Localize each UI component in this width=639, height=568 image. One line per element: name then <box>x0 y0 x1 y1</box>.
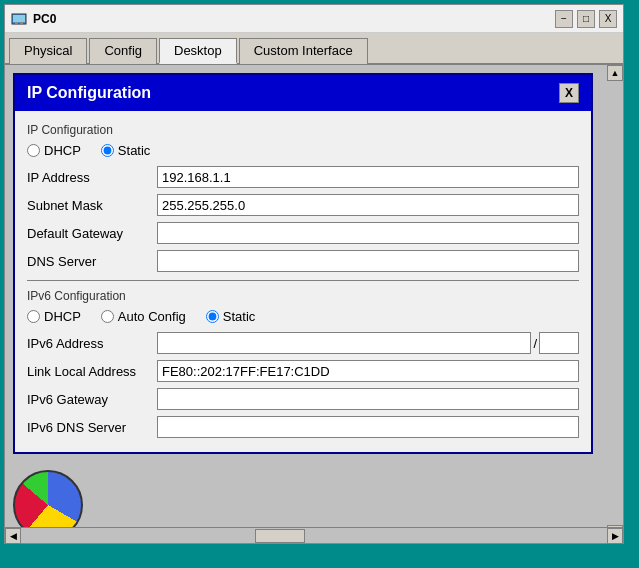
link-local-row: Link Local Address <box>27 360 579 382</box>
scroll-thumb[interactable] <box>255 529 305 543</box>
title-bar: PC0 − □ X <box>5 5 623 33</box>
ipv6-dhcp-radio[interactable] <box>27 310 40 323</box>
scroll-right-button[interactable]: ▶ <box>607 528 623 544</box>
ipv6-prefix-input[interactable] <box>539 332 579 354</box>
bottom-scrollbar: ◀ ▶ <box>5 527 623 543</box>
tab-physical[interactable]: Physical <box>9 38 87 64</box>
ip-address-row: IP Address <box>27 166 579 188</box>
ip-config-body: IP Configuration DHCP Static IP Address <box>15 111 591 452</box>
main-content: IP Configuration X IP Configuration DHCP… <box>5 65 623 541</box>
ipv6-slash: / <box>531 336 539 351</box>
window-title: PC0 <box>33 12 555 26</box>
ipv6-static-label: Static <box>223 309 256 324</box>
ip-config-dialog: IP Configuration X IP Configuration DHCP… <box>13 73 593 454</box>
tab-desktop[interactable]: Desktop <box>159 38 237 64</box>
subnet-mask-label: Subnet Mask <box>27 198 157 213</box>
svg-rect-1 <box>13 15 25 22</box>
static-radio[interactable] <box>101 144 114 157</box>
ipv6-mode-row: DHCP Auto Config Static <box>27 309 579 324</box>
right-scroll-track <box>607 81 623 525</box>
ip-config-close-button[interactable]: X <box>559 83 579 103</box>
minimize-button[interactable]: − <box>555 10 573 28</box>
scroll-up-button[interactable]: ▲ <box>607 65 623 81</box>
bottom-scroll-track <box>21 528 607 543</box>
dns-server-input[interactable] <box>157 250 579 272</box>
ipv6-static-option[interactable]: Static <box>206 309 256 324</box>
dhcp-label: DHCP <box>44 143 81 158</box>
default-gateway-input[interactable] <box>157 222 579 244</box>
ipv6-gateway-row: IPv6 Gateway <box>27 388 579 410</box>
ip-address-input[interactable] <box>157 166 579 188</box>
ipv6-dns-row: IPv6 DNS Server <box>27 416 579 438</box>
dns-server-row: DNS Server <box>27 250 579 272</box>
subnet-mask-row: Subnet Mask <box>27 194 579 216</box>
static-label: Static <box>118 143 151 158</box>
ipv6-gateway-input[interactable] <box>157 388 579 410</box>
link-local-label: Link Local Address <box>27 364 157 379</box>
ip-config-title: IP Configuration <box>27 84 151 102</box>
ipv6-auto-option[interactable]: Auto Config <box>101 309 186 324</box>
ipv6-section-label: IPv6 Configuration <box>27 289 579 303</box>
dhcp-radio[interactable] <box>27 144 40 157</box>
right-scrollbar: ▲ ▼ <box>607 65 623 541</box>
ipv6-auto-radio[interactable] <box>101 310 114 323</box>
ipv4-section-label: IP Configuration <box>27 123 579 137</box>
tab-custom-interface[interactable]: Custom Interface <box>239 38 368 64</box>
svg-rect-4 <box>13 24 25 25</box>
ipv6-gateway-label: IPv6 Gateway <box>27 392 157 407</box>
window-controls: − □ X <box>555 10 617 28</box>
maximize-button[interactable]: □ <box>577 10 595 28</box>
close-button[interactable]: X <box>599 10 617 28</box>
main-window: PC0 − □ X Physical Config Desktop Custom… <box>4 4 624 544</box>
tab-config[interactable]: Config <box>89 38 157 64</box>
ipv4-mode-row: DHCP Static <box>27 143 579 158</box>
tab-bar: Physical Config Desktop Custom Interface <box>5 33 623 65</box>
ip-config-title-bar: IP Configuration X <box>15 75 591 111</box>
ipv6-static-radio[interactable] <box>206 310 219 323</box>
ipv6-address-row: IPv6 Address / <box>27 332 579 354</box>
ipv6-address-label: IPv6 Address <box>27 336 157 351</box>
static-option[interactable]: Static <box>101 143 151 158</box>
default-gateway-row: Default Gateway <box>27 222 579 244</box>
window-icon <box>11 11 27 27</box>
ipv6-dhcp-label: DHCP <box>44 309 81 324</box>
subnet-mask-input[interactable] <box>157 194 579 216</box>
scroll-left-button[interactable]: ◀ <box>5 528 21 544</box>
ip-address-label: IP Address <box>27 170 157 185</box>
ipv6-address-input[interactable] <box>157 332 531 354</box>
svg-rect-3 <box>20 22 23 24</box>
dns-server-label: DNS Server <box>27 254 157 269</box>
dhcp-option[interactable]: DHCP <box>27 143 81 158</box>
default-gateway-label: Default Gateway <box>27 226 157 241</box>
ipv6-dhcp-option[interactable]: DHCP <box>27 309 81 324</box>
ipv6-auto-label: Auto Config <box>118 309 186 324</box>
ipv6-dns-label: IPv6 DNS Server <box>27 420 157 435</box>
link-local-input[interactable] <box>157 360 579 382</box>
ipv6-dns-input[interactable] <box>157 416 579 438</box>
svg-rect-2 <box>15 22 18 24</box>
section-divider <box>27 280 579 281</box>
